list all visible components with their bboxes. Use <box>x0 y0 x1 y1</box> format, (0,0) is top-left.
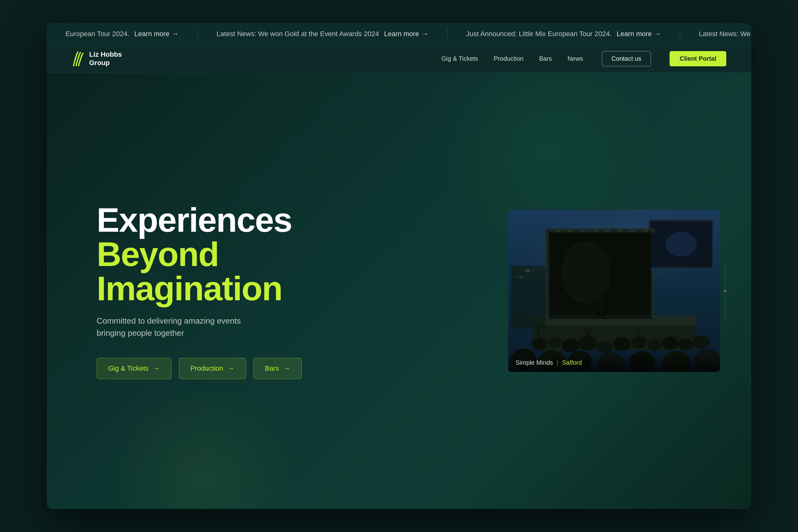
ticker-text-3: Just Announced: Little Mix European Tour… <box>466 30 612 38</box>
hero-title-experiences: Experiences <box>97 203 483 237</box>
ticker-link-3[interactable]: Learn more → <box>617 30 661 38</box>
hero-image-area: Simple Minds | Salford <box>508 210 720 372</box>
scroll-line-top <box>725 262 725 287</box>
arrow-icon: → <box>153 364 160 373</box>
svg-point-6 <box>666 232 697 256</box>
svg-rect-73 <box>513 269 518 272</box>
hero-bars-button[interactable]: Bars → <box>253 358 302 379</box>
svg-rect-78 <box>519 276 524 279</box>
nav-gig-tickets[interactable]: Gig & Tickets <box>441 55 478 62</box>
ticker-text-2: Latest News: We won Gold at the Event Aw… <box>217 30 379 38</box>
ticker-item-1: European Tour 2024. Learn more → <box>47 30 198 38</box>
svg-point-58 <box>662 337 678 350</box>
svg-point-54 <box>597 341 613 353</box>
caption-artist: Simple Minds <box>515 359 553 366</box>
svg-rect-80 <box>531 276 536 279</box>
caption-divider: | <box>557 359 558 366</box>
hero-left: Experiences Beyond Imagination Committed… <box>97 203 508 379</box>
ticker-item-4: Latest News: We won Gold at the Eve... <box>680 30 751 38</box>
logo-text: Liz Hobbs Group <box>89 51 122 67</box>
logo[interactable]: Liz Hobbs Group <box>72 51 122 67</box>
browser-window: European Tour 2024. Learn more → Latest … <box>47 23 751 509</box>
svg-point-60 <box>693 336 710 349</box>
svg-point-59 <box>678 339 693 350</box>
svg-point-50 <box>531 338 547 350</box>
contact-us-button[interactable]: Contact us <box>602 51 651 66</box>
image-caption: Simple Minds | Salford <box>508 354 720 372</box>
ticker-item-2: Latest News: We won Gold at the Event Aw… <box>198 30 447 38</box>
ticker-item-3: Just Announced: Little Mix European Tour… <box>448 30 680 38</box>
arrow-icon: → <box>283 364 290 373</box>
svg-point-55 <box>613 337 631 351</box>
svg-point-56 <box>631 336 647 348</box>
arrow-icon: → <box>228 364 234 373</box>
svg-point-47 <box>598 297 605 303</box>
hero-title-beyond: Beyond <box>97 237 483 271</box>
hero-image: Simple Minds | Salford <box>508 210 720 372</box>
svg-rect-77 <box>513 276 518 279</box>
hero-title-imagination: Imagination <box>97 271 483 306</box>
scroll-dot <box>724 290 726 292</box>
hero-buttons: Gig & Tickets → Production → Bars → <box>97 358 483 379</box>
hero-production-button[interactable]: Production → <box>179 358 246 379</box>
nav-news[interactable]: News <box>568 55 583 62</box>
scroll-line-bottom <box>725 294 725 320</box>
svg-rect-75 <box>525 269 530 272</box>
scroll-indicator <box>724 262 726 320</box>
nav-bars[interactable]: Bars <box>539 55 552 62</box>
ticker-bar: European Tour 2024. Learn more → Latest … <box>47 23 751 45</box>
nav-production[interactable]: Production <box>494 55 524 62</box>
svg-point-44 <box>561 241 611 303</box>
svg-point-52 <box>562 339 579 352</box>
hero-section: Experiences Beyond Imagination Committed… <box>47 73 751 509</box>
svg-rect-79 <box>525 276 530 279</box>
navbar: Liz Hobbs Group Gig & Tickets Production… <box>47 45 751 73</box>
ticker-text-1: European Tour 2024. <box>66 30 129 38</box>
caption-location: Salford <box>562 359 582 366</box>
client-portal-button[interactable]: Client Portal <box>670 51 726 66</box>
svg-point-57 <box>648 340 661 351</box>
nav-links: Gig & Tickets Production Bars News <box>441 55 583 62</box>
hero-subtitle: Committed to delivering amazing events b… <box>97 315 483 339</box>
ticker-text-4: Latest News: We won Gold at the Eve... <box>699 30 751 38</box>
svg-rect-74 <box>519 269 524 272</box>
logo-icon <box>72 51 84 66</box>
svg-rect-46 <box>600 302 603 315</box>
ticker-link-1[interactable]: Learn more → <box>134 30 179 38</box>
ticker-link-2[interactable]: Learn more → <box>384 30 429 38</box>
hero-gig-tickets-button[interactable]: Gig & Tickets → <box>97 358 171 379</box>
svg-point-51 <box>548 337 562 348</box>
svg-point-53 <box>578 336 597 351</box>
svg-rect-76 <box>531 269 536 272</box>
